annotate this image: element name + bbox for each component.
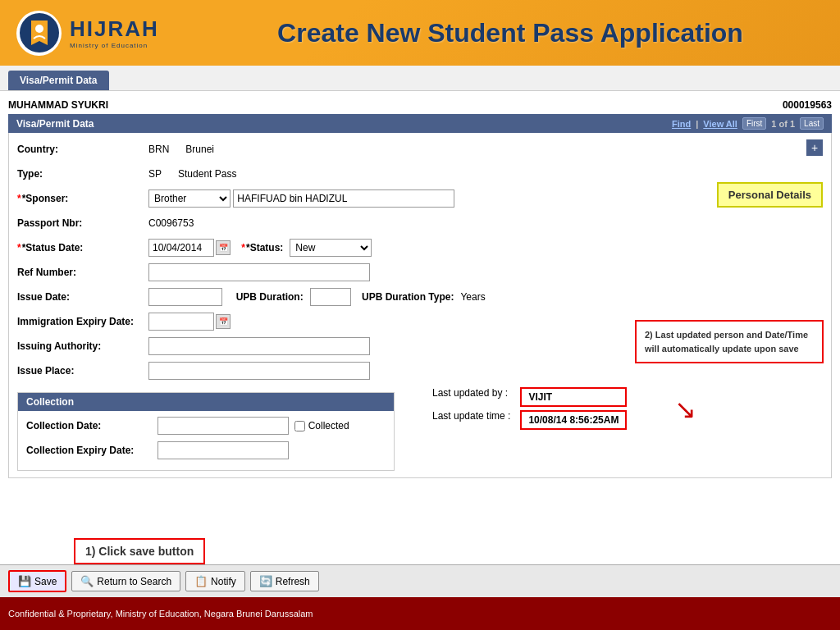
sponsor-label: *Sponser: <box>17 193 148 204</box>
status-date-calendar-button[interactable]: 📅 <box>216 240 231 255</box>
bottom-toolbar: 💾 Save 🔍 Return to Search 📋 Notify 🔄 Ref… <box>0 564 840 597</box>
issue-place-row: Issue Place: <box>17 361 823 381</box>
status-dropdown[interactable]: New Active Expired Cancelled <box>290 239 372 257</box>
upb-duration-type-label: UPB Duration Type: <box>362 291 454 303</box>
form-body: + Country: BRN Brunei Type: SP Student P… <box>8 133 832 478</box>
ref-number-label: Ref Number: <box>17 267 148 278</box>
status-date-input[interactable] <box>148 239 214 257</box>
logo-subtitle: Ministry of Education <box>70 42 159 49</box>
last-update-time-row: Last update time : 10/08/14 8:56:25AM <box>427 409 632 431</box>
collection-expiry-input[interactable] <box>158 441 289 459</box>
notify-button[interactable]: 📋 Notify <box>185 571 245 591</box>
tab-bar: Visa/Permit Data <box>0 66 840 91</box>
annotation1-text: 1) Click save button <box>85 545 194 558</box>
view-all-link[interactable]: View All <box>703 119 737 129</box>
passport-label: Passport Nbr: <box>17 217 148 229</box>
record-id: 000019563 <box>783 99 832 111</box>
issue-date-label: Issue Date: <box>17 291 148 303</box>
country-code: BRN <box>148 144 169 155</box>
country-name: Brunei <box>185 144 214 155</box>
footer: Confidential & Proprietary, Ministry of … <box>0 597 840 630</box>
issue-place-input[interactable] <box>148 362 370 380</box>
immigration-expiry-input[interactable] <box>148 313 214 331</box>
last-updated-table: Last updated by : VIJIT Last update time… <box>427 386 632 431</box>
collection-section: Collection Collection Date: Collected <box>17 386 395 471</box>
collected-label: Collected <box>308 420 349 431</box>
collection-date-label: Collection Date: <box>26 420 158 431</box>
last-update-time-value: 10/08/14 8:56:25AM <box>520 410 627 430</box>
sponsor-name-input[interactable] <box>233 189 454 208</box>
last-update-time-label: Last update time : <box>427 409 515 431</box>
last-updated-by-value: VIJIT <box>520 387 627 407</box>
collected-checkbox[interactable] <box>294 421 305 431</box>
refresh-icon: 🔄 <box>259 575 272 587</box>
collection-header: Collection <box>18 393 394 411</box>
personal-details-button[interactable]: Personal Details <box>717 182 823 208</box>
svg-point-1 <box>35 25 43 33</box>
save-button[interactable]: 💾 Save <box>8 570 66 592</box>
issue-place-label: Issue Place: <box>17 365 148 377</box>
section-nav: Find | View All First 1 of 1 Last <box>672 117 824 130</box>
first-btn[interactable]: First <box>742 117 766 130</box>
return-icon: 🔍 <box>80 575 94 587</box>
save-icon: 💾 <box>18 575 31 587</box>
immigration-expiry-calendar-button[interactable]: 📅 <box>216 314 231 329</box>
annotation1-box: 1) Click save button <box>74 538 205 564</box>
collected-checkbox-label: Collected <box>294 420 349 431</box>
upb-duration-type-value: Years <box>460 291 485 303</box>
collection-box: Collection Collection Date: Collected <box>17 392 395 471</box>
find-link[interactable]: Find <box>672 119 691 129</box>
collection-date-input[interactable] <box>158 417 289 435</box>
logo-circle <box>16 11 62 56</box>
last-btn[interactable]: Last <box>800 117 824 130</box>
annotation2-box: 2) Last updated person and Date/Time wil… <box>635 320 824 363</box>
logo-text: HIJRAH <box>70 16 159 41</box>
issuing-authority-input[interactable] <box>148 337 370 355</box>
sponsor-dropdown[interactable]: Brother Father Mother Guardian Self <box>148 189 231 208</box>
page-indicator: 1 of 1 <box>771 119 795 129</box>
collection-date-row: Collection Date: Collected <box>26 416 386 436</box>
notify-icon: 📋 <box>194 575 208 587</box>
notify-label: Notify <box>211 576 236 587</box>
last-updated-section: Last updated by : VIJIT Last update time… <box>427 386 632 471</box>
refresh-button[interactable]: 🔄 Refresh <box>250 571 319 591</box>
passport-value: C0096753 <box>148 217 194 229</box>
issuing-authority-label: Issuing Authority: <box>17 340 148 352</box>
country-label: Country: <box>17 144 148 155</box>
annotation2-text: 2) Last updated person and Date/Time wil… <box>645 330 808 354</box>
return-to-search-button[interactable]: 🔍 Return to Search <box>71 571 180 591</box>
immigration-expiry-label: Immigration Expiry Date: <box>17 316 148 327</box>
refresh-label: Refresh <box>276 576 310 587</box>
issue-date-row: Issue Date: UPB Duration: UPB Duration T… <box>17 287 823 307</box>
record-header: MUHAMMAD SYUKRI 000019563 <box>8 96 832 114</box>
collection-expiry-label: Collection Expiry Date: <box>26 445 158 456</box>
ref-number-row: Ref Number: <box>17 262 823 282</box>
content-area: MUHAMMAD SYUKRI 000019563 Visa/Permit Da… <box>0 91 840 483</box>
red-arrow2: ↘ <box>674 394 696 425</box>
last-updated-by-row: Last updated by : VIJIT <box>427 386 632 409</box>
status-date-row: *Status Date: 📅 *Status: New Active Expi… <box>17 238 823 258</box>
upb-duration-input[interactable] <box>310 288 351 306</box>
tab-visa-permit[interactable]: Visa/Permit Data <box>8 71 109 90</box>
save-label: Save <box>34 576 57 587</box>
ref-number-input[interactable] <box>148 263 370 281</box>
page-title: Create New Student Pass Application <box>197 18 824 48</box>
status-date-wrapper: 📅 <box>148 239 231 257</box>
record-name: MUHAMMAD SYUKRI <box>8 99 108 111</box>
collection-expiry-row: Collection Expiry Date: <box>26 441 386 460</box>
type-name: Student Pass <box>178 168 236 180</box>
passport-row: Passport Nbr: C0096753 <box>17 213 823 233</box>
last-updated-by-label: Last updated by : <box>427 386 515 409</box>
section-header: Visa/Permit Data Find | View All First 1… <box>8 114 832 133</box>
type-code: SP <box>148 168 162 180</box>
return-label: Return to Search <box>97 576 171 587</box>
upb-duration-label: UPB Duration: <box>236 291 304 303</box>
footer-text: Confidential & Proprietary, Ministry of … <box>8 609 313 619</box>
country-row: Country: BRN Brunei <box>17 139 823 159</box>
section-title: Visa/Permit Data <box>16 118 94 130</box>
add-record-button[interactable]: + <box>806 139 823 156</box>
header: HIJRAH Ministry of Education Create New … <box>0 0 840 66</box>
type-label: Type: <box>17 168 148 180</box>
immigration-expiry-wrapper: 📅 <box>148 313 231 331</box>
issue-date-input[interactable] <box>148 288 222 306</box>
